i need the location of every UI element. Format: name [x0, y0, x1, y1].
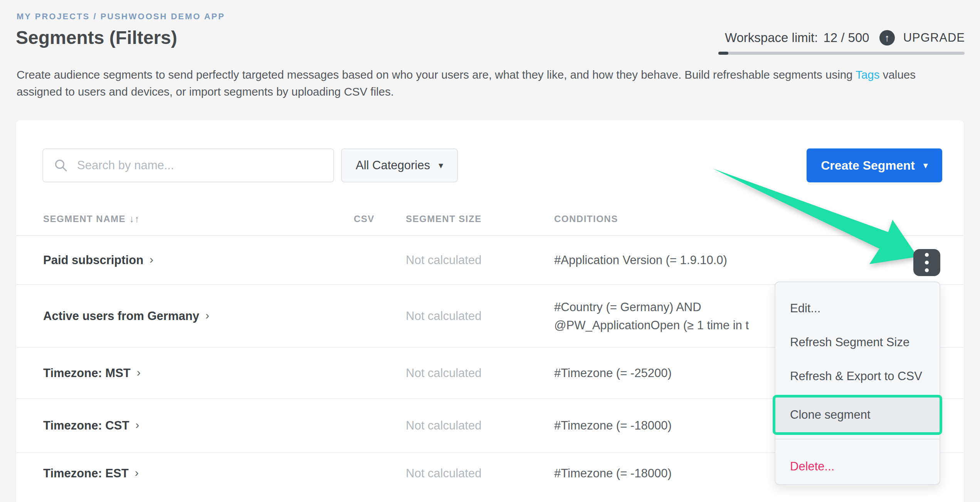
workspace-limit-label: Workspace limit: [725, 30, 818, 45]
segment-name-link[interactable]: Timezone: MST › [43, 348, 141, 398]
category-filter-label: All Categories [356, 158, 430, 172]
table-row: Paid subscription › Not calculated #Appl… [16, 236, 964, 284]
search-input[interactable] [77, 150, 333, 181]
segment-size-value: Not calculated [406, 236, 481, 284]
page-description: Create audience segments to send perfect… [17, 66, 916, 100]
menu-item-clone-segment[interactable]: Clone segment [773, 395, 942, 435]
segment-size-value: Not calculated [406, 453, 481, 494]
condition-line: @PW_ApplicationOpen (≥ 1 time in t [554, 316, 749, 334]
tags-link[interactable]: Tags [856, 68, 879, 81]
column-label: CSV [354, 214, 375, 224]
kebab-dot-icon [925, 261, 929, 264]
menu-item-refresh-segment-size[interactable]: Refresh Segment Size [775, 325, 940, 359]
workspace-progressbar [718, 52, 965, 55]
segment-name: Timezone: MST [43, 366, 131, 380]
column-header-conditions: CONDITIONS [554, 202, 618, 235]
description-line-2: assigned to users and devices, or import… [17, 83, 916, 100]
segment-name: Paid subscription [43, 253, 143, 267]
table-header: SEGMENT NAME ↓↑ CSV SEGMENT SIZE CONDITI… [16, 202, 964, 236]
column-header-segment-size: SEGMENT SIZE [406, 202, 482, 235]
segment-size-value: Not calculated [406, 399, 481, 452]
page-title: Segments (Filters) [16, 27, 177, 48]
chevron-right-icon: › [150, 253, 153, 266]
menu-item-refresh-export-csv[interactable]: Refresh & Export to CSV [775, 359, 940, 393]
condition-line: #Country (= Germany) AND [554, 298, 749, 316]
create-segment-button[interactable]: Create Segment ▾ [807, 148, 942, 182]
segment-name-link[interactable]: Timezone: CST › [43, 399, 139, 452]
create-segment-label: Create Segment [821, 158, 915, 173]
segment-conditions: #Timezone (= -25200) [554, 348, 672, 398]
chevron-down-icon: ▾ [923, 161, 928, 170]
workspace-progressbar-fill [718, 52, 728, 55]
segment-conditions: #Application Version (= 1.9.10.0) [554, 236, 727, 284]
upgrade-arrow-icon[interactable]: ↑ [879, 30, 895, 45]
sort-icon[interactable]: ↓↑ [129, 214, 140, 224]
search-box [42, 148, 334, 182]
chevron-right-icon: › [135, 418, 139, 431]
segment-conditions: #Timezone (= -18000) [554, 399, 672, 452]
workspace-limit-value: 12 / 500 [823, 30, 869, 45]
segment-name-link[interactable]: Timezone: EST › [43, 453, 139, 494]
description-line-1: Create audience segments to send perfect… [17, 66, 916, 83]
chevron-right-icon: › [137, 366, 141, 379]
menu-divider [775, 439, 940, 440]
segment-name: Timezone: CST [43, 419, 129, 433]
column-label: CONDITIONS [554, 214, 618, 224]
row-actions-kebab-button[interactable] [913, 249, 940, 276]
description-text: values [880, 68, 916, 81]
chevron-right-icon: › [205, 309, 209, 322]
upgrade-link[interactable]: UPGRADE [903, 31, 965, 45]
menu-item-delete[interactable]: Delete... [775, 450, 940, 483]
segment-size-value: Not calculated [406, 285, 481, 347]
segment-name: Timezone: EST [43, 467, 129, 480]
segment-name-link[interactable]: Active users from Germany › [43, 285, 209, 347]
chevron-down-icon: ▾ [439, 161, 443, 170]
kebab-dot-icon [925, 268, 929, 272]
segment-conditions: #Timezone (= -18000) [554, 453, 672, 494]
row-context-menu: Edit... Refresh Segment Size Refresh & E… [775, 281, 940, 485]
kebab-dot-icon [925, 253, 929, 257]
segment-conditions: #Country (= Germany) AND @PW_Application… [554, 285, 749, 347]
menu-item-edit[interactable]: Edit... [775, 291, 940, 325]
column-label: SEGMENT NAME [43, 214, 126, 224]
workspace-limit: Workspace limit: 12 / 500 ↑ UPGRADE [725, 30, 965, 45]
column-header-csv: CSV [354, 202, 375, 235]
description-text: Create audience segments to send perfect… [17, 68, 856, 81]
column-header-segment-name[interactable]: SEGMENT NAME ↓↑ [43, 202, 140, 235]
page-root: MY PROJECTS / PUSHWOOSH DEMO APP Segment… [0, 0, 980, 502]
search-icon [54, 158, 68, 172]
breadcrumb[interactable]: MY PROJECTS / PUSHWOOSH DEMO APP [17, 12, 225, 22]
column-label: SEGMENT SIZE [406, 214, 482, 224]
category-filter-dropdown[interactable]: All Categories ▾ [341, 148, 458, 182]
chevron-right-icon: › [135, 466, 139, 479]
segment-size-value: Not calculated [406, 348, 481, 398]
segment-name-link[interactable]: Paid subscription › [43, 236, 153, 284]
segment-name: Active users from Germany [43, 309, 199, 323]
